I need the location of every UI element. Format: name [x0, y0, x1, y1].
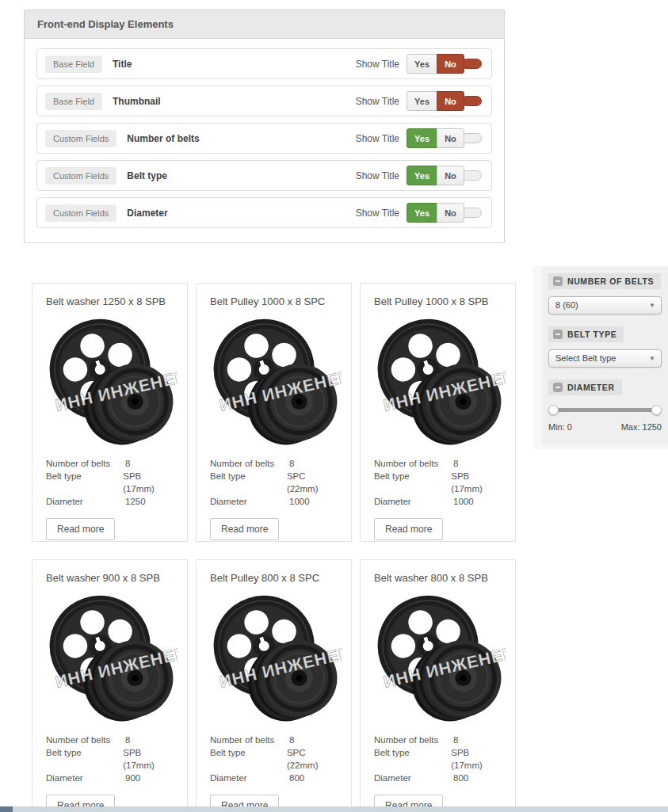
spec-label: Number of belts [374, 457, 444, 470]
product-card: Belt washer 800 x 8 SPB Number of belts8… [360, 559, 516, 812]
chevron-down-icon: ▼ [649, 350, 655, 367]
toggle-yes-button[interactable]: Yes [407, 91, 437, 111]
frontend-display-panel: Front-end Display Elements Base Field Ti… [24, 10, 505, 243]
filter-title: BELT TYPE [567, 330, 616, 339]
spec-value: 1000 [453, 495, 474, 508]
product-specs: Number of belts8 Belt typeSPB (17mm) Dia… [46, 457, 174, 508]
field-row-thumbnail: Base Field Thumbnail Show Title Yes No [36, 86, 492, 116]
product-title: Belt washer 1250 x 8 SPB [46, 295, 174, 307]
product-photo-pulley [374, 589, 506, 730]
product-photo-pulley [210, 312, 342, 453]
toggle-yes-button[interactable]: Yes [407, 128, 437, 148]
filter-module: NUMBER OF BELTS 8 (60) ▼ BELT TYPE Selec… [542, 267, 668, 444]
spec-value: SPC (22mm) [287, 470, 338, 495]
field-row-belt-type: Custom Fields Belt type Show Title Yes N… [36, 160, 492, 191]
spec-value: SPB (17mm) [123, 470, 174, 495]
product-title: Belt Pulley 800 x 8 SPC [210, 572, 338, 584]
show-title-label: Show Title [356, 170, 399, 181]
spec-label: Diameter [46, 495, 116, 508]
toggle-no-button[interactable]: No [437, 166, 464, 185]
toggle-yes-button[interactable]: Yes [407, 166, 437, 185]
spec-value: SPB (17mm) [123, 746, 174, 772]
show-title-toggle-belt-type: Yes No [407, 166, 482, 185]
field-row-number-of-belts: Custom Fields Number of belts Show Title… [36, 123, 492, 154]
toggle-no-button[interactable]: No [437, 54, 464, 74]
product-specs: Number of belts8 Belt typeSPC (22mm) Dia… [210, 457, 338, 508]
field-name: Diameter [127, 208, 167, 219]
slider-track[interactable] [552, 408, 658, 412]
filter-header-number-of-belts[interactable]: NUMBER OF BELTS [548, 273, 661, 289]
toggle-yes-button[interactable]: Yes [407, 203, 437, 223]
slider-minmax-labels: Min: 0 Max: 1250 [548, 422, 662, 432]
read-more-button[interactable]: Read more [210, 518, 279, 540]
collapse-icon[interactable] [553, 276, 563, 286]
toggle-no-button[interactable]: No [437, 203, 464, 223]
spec-label: Diameter [210, 495, 280, 508]
field-row-title: Base Field Title Show Title Yes No [36, 48, 492, 79]
field-type-badge: Custom Fields [45, 204, 116, 222]
show-title-toggle-diameter: Yes No [407, 203, 482, 223]
spec-label: Belt type [46, 746, 113, 772]
chevron-down-icon: ▼ [649, 297, 655, 314]
spec-label: Diameter [210, 772, 280, 784]
spec-label: Belt type [210, 746, 277, 772]
toggle-no-button[interactable]: No [437, 128, 464, 148]
number-of-belts-select[interactable]: 8 (60) ▼ [548, 296, 662, 315]
selected-value: 8 (60) [555, 300, 578, 310]
filter-header-belt-type[interactable]: BELT TYPE [548, 326, 624, 342]
spec-label: Number of belts [210, 457, 280, 470]
min-label: Min: 0 [548, 422, 572, 432]
spec-label: Number of belts [374, 734, 444, 746]
field-row-diameter: Custom Fields Diameter Show Title Yes No [36, 197, 492, 228]
panel-body: Base Field Title Show Title Yes No Base … [25, 39, 504, 242]
spec-value: 800 [453, 772, 468, 784]
diameter-range-slider[interactable] [552, 405, 658, 415]
product-card: Belt washer 1250 x 8 SPB Number of belts… [32, 283, 188, 542]
slider-min-handle[interactable] [548, 405, 559, 415]
spec-value: 8 [453, 457, 458, 470]
product-specs: Number of belts8 Belt typeSPB (17mm) Dia… [374, 734, 502, 784]
field-name: Title [113, 59, 132, 70]
belt-type-select[interactable]: Select Belt type ▼ [548, 349, 662, 368]
product-specs: Number of belts8 Belt typeSPB (17mm) Dia… [46, 734, 174, 784]
collapse-icon[interactable] [553, 383, 563, 392]
show-title-label: Show Title [356, 96, 399, 107]
product-photo-pulley [46, 312, 177, 453]
spec-value: 8 [453, 734, 458, 746]
read-more-button[interactable]: Read more [374, 518, 443, 540]
spec-value: SPB (17mm) [451, 470, 502, 495]
spec-label: Belt type [374, 470, 441, 495]
horizontal-scrollbar[interactable] [0, 806, 668, 812]
spec-label: Diameter [374, 495, 444, 508]
product-title: Belt washer 900 x 8 SPB [46, 572, 174, 584]
show-title-toggle-thumbnail: Yes No [407, 91, 482, 111]
show-title-label: Show Title [356, 59, 399, 70]
field-type-badge: Base Field [45, 93, 102, 110]
read-more-button[interactable]: Read more [46, 518, 115, 540]
field-name: Thumbnail [113, 96, 161, 107]
product-specs: Number of belts8 Belt typeSPC (22mm) Dia… [210, 734, 338, 784]
spec-label: Diameter [46, 772, 116, 784]
product-photo-pulley [46, 589, 177, 730]
show-title-label: Show Title [356, 208, 399, 219]
product-photo-pulley [374, 312, 506, 453]
field-type-badge: Base Field [45, 55, 102, 73]
spec-value: 900 [125, 772, 140, 784]
field-name: Belt type [127, 170, 167, 181]
show-title-toggle-title: Yes No [407, 54, 482, 74]
scrollbar-thumb[interactable] [0, 806, 13, 812]
spec-value: 8 [289, 457, 294, 470]
filter-header-diameter[interactable]: DIAMETER [548, 379, 622, 395]
collapse-icon[interactable] [553, 330, 563, 339]
spec-label: Number of belts [210, 734, 280, 746]
toggle-no-button[interactable]: No [437, 91, 464, 111]
product-title: Belt Pulley 1000 x 8 SPB [374, 295, 502, 307]
product-photo-pulley [210, 589, 342, 730]
slider-max-handle[interactable] [651, 405, 662, 415]
filter-sidebar: NUMBER OF BELTS 8 (60) ▼ BELT TYPE Selec… [532, 265, 668, 449]
toggle-yes-button[interactable]: Yes [407, 54, 437, 74]
max-label: Max: 1250 [621, 422, 662, 432]
spec-value: 1250 [125, 495, 146, 508]
spec-label: Number of belts [46, 457, 116, 470]
spec-value: 1000 [289, 495, 310, 508]
